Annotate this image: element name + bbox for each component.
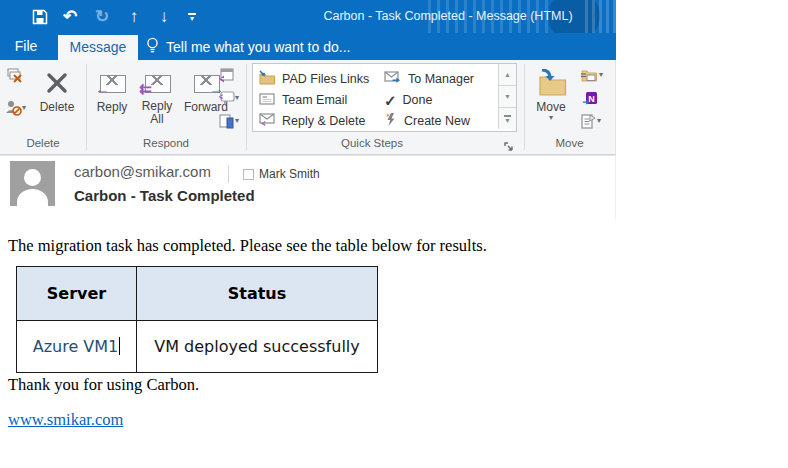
quick-steps-scroll-down[interactable]: ▼ — [498, 86, 516, 108]
ribbon-tab-row: File Message Tell me what you want to do… — [0, 33, 616, 60]
reply-all-button-label: Reply All — [134, 100, 180, 126]
table-header-row: Server Status — [17, 267, 378, 321]
tab-message[interactable]: Message — [58, 35, 138, 60]
titlebar: ↶ ↻ ↑ ↓ ▾ Carbon - Task Completed - Mess… — [0, 0, 616, 33]
titlebar-watermark-stripes — [585, 0, 616, 33]
onenote-icon[interactable]: N — [582, 88, 604, 108]
quick-step-to-manager[interactable]: To Manager — [384, 69, 474, 89]
move-up-icon[interactable]: ↑ — [122, 0, 146, 33]
quick-step-pad-files-links[interactable]: PAD Files Links — [258, 69, 369, 89]
quick-step-label: Reply & Delete — [282, 114, 365, 128]
quick-step-create-new[interactable]: ✶ Create New — [384, 111, 470, 131]
customize-quick-access-icon[interactable]: ▾ — [182, 0, 202, 33]
save-icon[interactable] — [28, 0, 52, 33]
reply-all-button[interactable]: ⇇ Reply All — [134, 62, 180, 126]
cell-status-text: VM deployed successfully — [137, 321, 378, 373]
sender-avatar[interactable] — [10, 161, 55, 206]
folder-arrow-icon — [258, 70, 276, 88]
group-label-delete: Delete — [0, 136, 86, 150]
delete-button[interactable]: Delete — [30, 62, 84, 114]
quick-step-team-email[interactable]: Team Email — [258, 90, 347, 110]
actions-icon[interactable]: ▾ — [580, 111, 612, 131]
tab-file[interactable]: File — [0, 33, 52, 60]
reply-button-label: Reply — [97, 100, 128, 114]
group-label-respond: Respond — [96, 136, 236, 150]
envelope-reply-icon — [258, 112, 276, 130]
group-divider — [246, 64, 247, 150]
message-subject: Carbon - Task Completed — [74, 187, 255, 204]
group-divider — [86, 64, 87, 150]
delete-x-icon — [45, 66, 69, 100]
checkmark-icon: ✓ — [384, 93, 397, 108]
move-down-icon[interactable]: ↓ — [152, 0, 176, 33]
body-intro-text: The migration task has completed. Please… — [8, 236, 487, 256]
lightbulb-icon — [146, 37, 159, 57]
move-folder-icon — [534, 66, 568, 100]
quick-steps-dialog-launcher-icon[interactable] — [504, 138, 514, 148]
reply-button[interactable]: ← Reply — [90, 62, 134, 114]
quick-steps-more-button[interactable]: ▼ — [498, 108, 516, 129]
quick-steps-scroll-up[interactable]: ▲ — [498, 64, 516, 86]
quick-step-label: Team Email — [282, 93, 347, 107]
redo-icon[interactable]: ↻ — [90, 0, 114, 33]
table-row: Azure VM1 VM deployed successfully — [17, 321, 378, 373]
quick-steps-box: PAD Files Links Team Email — [252, 63, 517, 132]
tell-me-box[interactable]: Tell me what you want to do... — [146, 33, 350, 60]
website-link[interactable]: www.smikar.com — [8, 410, 123, 430]
reply-all-envelope-icon: ⇇ — [142, 66, 172, 100]
instant-message-icon[interactable]: ▾ — [218, 88, 246, 108]
reply-envelope-icon: ← — [97, 66, 127, 100]
server-name-text: Azure VM1 — [33, 337, 119, 356]
lightning-icon: ✶ — [384, 112, 398, 130]
quick-step-label: To Manager — [408, 72, 474, 86]
cell-server-name[interactable]: Azure VM1 — [17, 321, 137, 373]
quick-step-label: Create New — [404, 114, 470, 128]
quick-step-done[interactable]: ✓ Done — [384, 90, 432, 110]
ribbon: ▾ Delete Delete ← Reply — [0, 60, 616, 155]
undo-icon[interactable]: ↶ — [58, 0, 82, 33]
tell-me-label: Tell me what you want to do... — [166, 39, 350, 55]
sender-email[interactable]: carbon@smikar.com — [74, 163, 211, 180]
recipient-presence-icon — [243, 169, 254, 180]
quick-steps-scrollbar: ▲ ▼ ▼ — [498, 64, 516, 129]
email-body: The migration task has completed. Please… — [0, 219, 788, 468]
move-button-label: Move — [536, 100, 565, 114]
envelope-forward-icon — [384, 70, 402, 88]
ignore-icon[interactable] — [6, 66, 28, 86]
quick-step-reply-delete[interactable]: Reply & Delete — [258, 111, 365, 131]
message-header: carbon@smikar.com Mark Smith Carbon - Ta… — [0, 155, 616, 220]
quick-step-label: Done — [403, 93, 433, 107]
column-header-server: Server — [17, 267, 137, 321]
outlook-message-window: ↶ ↻ ↑ ↓ ▾ Carbon - Task Completed - Mess… — [0, 0, 616, 219]
body-outro-text: Thank you for using Carbon. — [8, 375, 199, 395]
recipient-name[interactable]: Mark Smith — [259, 167, 320, 181]
window-title: Carbon - Task Completed - Message (HTML) — [308, 0, 588, 33]
move-button[interactable]: Move ▾ — [528, 62, 574, 122]
header-divider — [228, 165, 229, 183]
forward-envelope-icon: → — [191, 66, 221, 100]
results-table: Server Status Azure VM1 VM deployed succ… — [16, 266, 378, 373]
quick-step-label: PAD Files Links — [282, 72, 369, 86]
rules-icon[interactable]: ▾ — [580, 65, 612, 85]
more-respond-actions-icon[interactable]: ▾ — [218, 111, 246, 131]
group-label-quick-steps: Quick Steps — [252, 136, 492, 150]
text-cursor — [119, 337, 120, 355]
email-document-icon — [258, 92, 276, 109]
column-header-status: Status — [137, 267, 378, 321]
delete-button-label: Delete — [40, 100, 75, 114]
svg-text:✶: ✶ — [385, 112, 391, 119]
group-label-move: Move — [524, 136, 615, 150]
move-dropdown-caret: ▾ — [549, 114, 553, 122]
avatar-silhouette — [24, 169, 41, 186]
screenshot-canvas: ↶ ↻ ↑ ↓ ▾ Carbon - Task Completed - Mess… — [0, 0, 788, 468]
meeting-icon[interactable] — [218, 65, 240, 85]
